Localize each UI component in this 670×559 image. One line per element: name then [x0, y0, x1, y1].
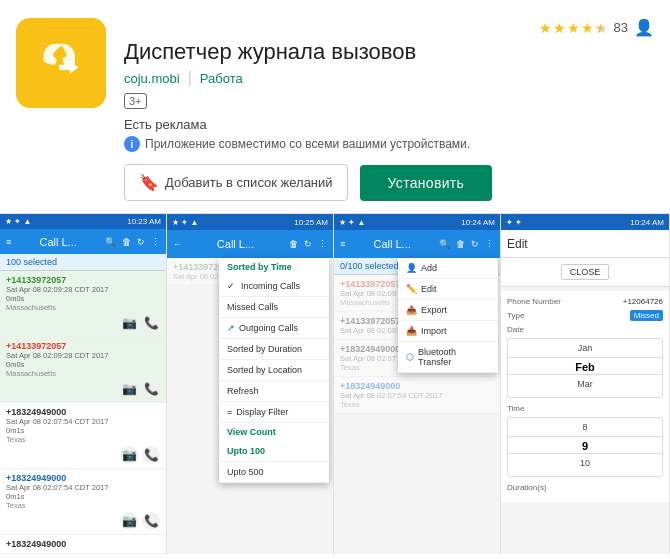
call-item: +18324949000 Sat Apr 08 02:07:54 CDT 201… — [334, 377, 500, 414]
bluetooth-icon: ⬡ — [406, 352, 414, 362]
context-menu: 👤 Add ✏️ Edit 📤 Export 📥 Import ⬡ B — [398, 258, 498, 373]
edit-toolbar: Edit — [501, 230, 669, 258]
time-2: 10:25 AM — [294, 218, 328, 227]
screen-1: ★ ✦ ▲ 10:23 AM ≡ Call L... 🔍 🗑 ↻ ⋮ 100 s… — [0, 214, 166, 554]
wishlist-icon: 🔖 — [139, 173, 159, 192]
dropdown-item-duration[interactable]: Sorted by Duration — [219, 339, 329, 360]
dropdown-section2-header: View Count — [219, 423, 329, 441]
wishlist-label: Добавить в список желаний — [165, 175, 333, 190]
more-icon-3[interactable]: ⋮ — [485, 239, 494, 249]
dropdown-item-refresh[interactable]: Refresh — [219, 381, 329, 402]
rating-count: 83 — [614, 20, 628, 35]
compat-text: Приложение совместимо со всеми вашими ус… — [145, 137, 470, 151]
date-row: Date — [507, 325, 663, 334]
app-icon — [16, 18, 106, 108]
camera-icon[interactable]: 📷 — [120, 512, 138, 530]
delete-icon-1[interactable]: 🗑 — [122, 237, 131, 247]
screenshots-section: ★ ✦ ▲ 10:23 AM ≡ Call L... 🔍 🗑 ↻ ⋮ 100 s… — [0, 214, 670, 554]
dropdown-item-incoming[interactable]: ✓ Incoming Calls — [219, 276, 329, 297]
toolbar-title-1: Call L... — [39, 236, 76, 248]
search-icon-3[interactable]: 🔍 — [439, 239, 450, 249]
more-icon-1[interactable]: ⋮ — [151, 237, 160, 247]
back-icon-2[interactable]: ← — [173, 239, 182, 249]
delete-icon-3[interactable]: 🗑 — [456, 239, 465, 249]
context-import[interactable]: 📥 Import — [398, 321, 498, 342]
screenshot-4: ✦ ✦ 10:24 AM Edit CLOSE Phone Number +12… — [501, 214, 670, 554]
app-details: ★ ★ ★ ★ ★★ 83 👤 Диспетчер журнала вызово… — [124, 18, 654, 201]
menu-icon-3[interactable]: ≡ — [340, 239, 345, 249]
dropdown-item-location[interactable]: Sorted by Location — [219, 360, 329, 381]
category-link[interactable]: Работа — [200, 71, 243, 86]
wishlist-button[interactable]: 🔖 Добавить в список желаний — [124, 164, 348, 201]
call-item[interactable]: +18324949000 — [0, 535, 166, 554]
type-value: Missed — [630, 310, 663, 321]
screenshot-2: ★ ✦ ▲ 10:25 AM ← Call L... 🗑 ↻ ⋮ +141339… — [167, 214, 334, 554]
toolbar-title-2: Call L... — [217, 238, 254, 250]
more-icon-2[interactable]: ⋮ — [318, 239, 327, 249]
context-edit[interactable]: ✏️ Edit — [398, 279, 498, 300]
camera-icon[interactable]: 📷 — [120, 446, 138, 464]
toolbar-1: ≡ Call L... 🔍 🗑 ↻ ⋮ — [0, 229, 166, 255]
age-badge: 3+ — [124, 93, 147, 109]
context-export[interactable]: 📤 Export — [398, 300, 498, 321]
month-scroll[interactable]: Jan Feb Mar — [507, 338, 663, 398]
refresh-icon-1[interactable]: ↻ — [137, 237, 145, 247]
export-icon: 📤 — [406, 305, 417, 315]
import-icon: 📥 — [406, 326, 417, 336]
time-label: Time — [507, 404, 524, 413]
app-info-section: ★ ★ ★ ★ ★★ 83 👤 Диспетчер журнала вызово… — [0, 0, 670, 213]
call-actions: 📷 📞 — [6, 380, 160, 398]
refresh-icon-2[interactable]: ↻ — [304, 239, 312, 249]
install-button[interactable]: Установить — [360, 165, 492, 201]
phone-icon[interactable]: 📞 — [142, 380, 160, 398]
month-mar: Mar — [508, 375, 662, 393]
dropdown-item-outgoing[interactable]: ↗ Outgoing Calls — [219, 318, 329, 339]
search-icon-1[interactable]: 🔍 — [105, 237, 116, 247]
dropdown-item-missed[interactable]: Missed Calls — [219, 297, 329, 318]
hour-8: 8 — [508, 418, 662, 436]
phone-value: +12064726 — [623, 297, 663, 306]
time-1: 10:23 AM — [127, 217, 161, 226]
phone-icon[interactable]: 📞 — [142, 314, 160, 332]
dropdown-item-filter[interactable]: = Display Filter — [219, 402, 329, 423]
hour-scroll[interactable]: 8 9 10 — [507, 417, 663, 477]
context-bluetooth[interactable]: ⬡ Bluetooth Transfer — [398, 342, 498, 373]
menu-icon-1[interactable]: ≡ — [6, 237, 11, 247]
svg-point-0 — [28, 30, 95, 97]
hour-10: 10 — [508, 454, 662, 472]
selected-bar-1: 100 selected — [0, 254, 166, 271]
app-title: Диспетчер журнала вызовов — [124, 39, 654, 65]
close-row: CLOSE — [501, 258, 669, 287]
screen-4: ✦ ✦ 10:24 AM Edit CLOSE Phone Number +12… — [501, 214, 669, 554]
delete-icon-2[interactable]: 🗑 — [289, 239, 298, 249]
screenshot-1: ★ ✦ ▲ 10:23 AM ≡ Call L... 🔍 🗑 ↻ ⋮ 100 s… — [0, 214, 167, 554]
dropdown-item-500[interactable]: Upto 500 — [219, 462, 329, 483]
context-add[interactable]: 👤 Add — [398, 258, 498, 279]
type-row: Type Missed — [507, 310, 663, 321]
hour-9: 9 — [508, 436, 662, 454]
toolbar-icons-1: 🔍 🗑 ↻ ⋮ — [105, 237, 160, 247]
edit-title: Edit — [507, 237, 528, 251]
toolbar-title-3: Call L... — [373, 238, 410, 250]
dropdown-menu: Sorted by Time ✓ Incoming Calls Missed C… — [219, 258, 329, 483]
camera-icon[interactable]: 📷 — [120, 314, 138, 332]
dropdown-item-100[interactable]: Upto 100 — [219, 441, 329, 462]
call-item[interactable]: +18324949000 Sat Apr 08 02:07:54 CDT 201… — [0, 403, 166, 469]
refresh-icon-3[interactable]: ↻ — [471, 239, 479, 249]
phone-icon[interactable]: 📞 — [142, 512, 160, 530]
call-actions: 📷 📞 — [6, 512, 160, 530]
phone-icon[interactable]: 📞 — [142, 446, 160, 464]
toolbar-icons-3: 🔍 🗑 ↻ ⋮ — [439, 239, 494, 249]
time-row: Time — [507, 404, 663, 413]
call-item[interactable]: +14133972057 Sat Apr 08 02:09:28 CDT 201… — [0, 271, 166, 337]
call-item[interactable]: +14133972057 Sat Apr 08 02:09:28 CDT 201… — [0, 337, 166, 403]
call-actions: 📷 📞 — [6, 314, 160, 332]
camera-icon[interactable]: 📷 — [120, 380, 138, 398]
time-3: 10:24 AM — [461, 218, 495, 227]
user-icon: 👤 — [634, 18, 654, 37]
phone-label: Phone Number — [507, 297, 561, 306]
close-button[interactable]: CLOSE — [561, 264, 610, 280]
call-item[interactable]: +18324949000 Sat Apr 08 02:07:54 CDT 201… — [0, 469, 166, 535]
developer-link[interactable]: coju.mobi — [124, 71, 180, 86]
call-actions: 📷 📞 — [6, 446, 160, 464]
